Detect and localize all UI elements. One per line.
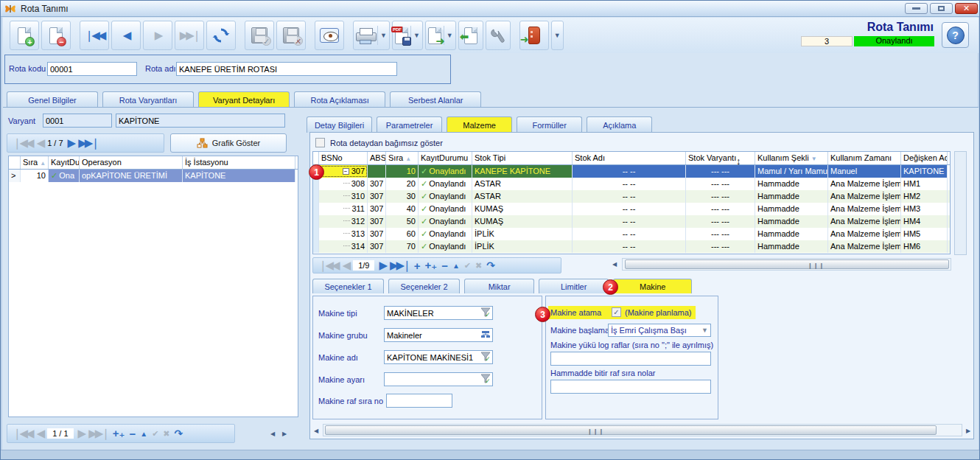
cell-kullanim-zamani[interactable]: Ana Malzeme İşlemi <box>828 228 901 240</box>
cell-bsno[interactable]: 310 <box>319 190 368 203</box>
op-nav-previous-icon[interactable]: ◀ <box>37 427 43 440</box>
tab-secenekler-1[interactable]: Seçenekler 1 <box>312 279 384 293</box>
makine-yuku-input[interactable] <box>550 352 711 366</box>
collapse-minus-icon[interactable]: − <box>343 168 349 175</box>
delete-record-button[interactable]: − <box>41 21 71 50</box>
materials-row-selected[interactable]: −307 10 ✓Onaylandı KANEPE KAPİTONE -- --… <box>313 165 950 178</box>
cell-stok-tipi[interactable]: İPLİK <box>472 228 573 240</box>
independent-view-checkbox[interactable] <box>315 138 325 147</box>
cell-kullanim-sekli[interactable]: Mamul / Yarı Mamul <box>755 165 828 178</box>
print-dropdown-icon[interactable]: ▼ <box>380 32 387 39</box>
cell-kullanim-sekli[interactable]: Hammadde <box>755 190 828 203</box>
last-record-button[interactable]: ▶▶❘ <box>175 21 204 50</box>
rota-adi-input[interactable] <box>176 62 397 76</box>
cell-absno[interactable]: 307 <box>368 240 386 253</box>
materials-vertical-scrollbar[interactable] <box>954 151 967 255</box>
col-kayitdurumu[interactable]: KayıtDurumu <box>419 152 472 164</box>
cell-stok-varyanti[interactable]: --- --- <box>686 228 755 240</box>
cell-absno[interactable]: 307 <box>368 203 386 215</box>
col-sira[interactable]: Sıra▲ <box>386 152 419 164</box>
mat-nav-first-icon[interactable]: ❘◀◀ <box>318 259 338 272</box>
previous-record-button[interactable]: ◀ <box>111 21 141 50</box>
save-button[interactable]: ✓ <box>245 21 274 50</box>
col-kayitdurumu[interactable]: KayıtDurumu <box>49 156 80 169</box>
panel-scroll-right-icon[interactable]: ▶ <box>966 428 970 434</box>
cell-kullanim-sekli[interactable]: Hammadde <box>755 240 828 253</box>
tab-limitler[interactable]: Limitler <box>539 279 609 293</box>
cell-stok-tipi[interactable]: İPLİK <box>472 240 573 253</box>
tab-miktar[interactable]: Miktar <box>464 279 534 293</box>
cell-stok-tipi[interactable]: ASTAR <box>472 190 573 203</box>
mat-nav-post-icon[interactable]: ✔ <box>464 261 471 271</box>
cell-sira[interactable]: 50 <box>386 215 419 228</box>
col-kullanim-zamani[interactable]: Kullanım Zamanı <box>828 152 901 164</box>
cell-sira[interactable]: 40 <box>386 203 419 215</box>
operations-previous-icon[interactable]: ◀ <box>37 136 43 150</box>
col-stok-varyanti[interactable]: Stok Varyantı <box>686 152 755 164</box>
cell-stok-adi[interactable]: -- -- <box>573 228 686 240</box>
cell-degisken[interactable]: HM2 <box>901 190 948 203</box>
cell-degisken[interactable]: HM1 <box>901 178 948 190</box>
pdf-dropdown-icon[interactable]: ▼ <box>413 32 420 39</box>
op-nav-edit-icon[interactable]: ▲ <box>140 430 147 438</box>
cell-stok-adi[interactable]: -- -- <box>573 203 686 215</box>
scrollbar-thumb[interactable]: ❙❙❙ <box>325 425 937 435</box>
import-button[interactable]: ⬅ <box>458 21 483 50</box>
cell-kullanim-sekli[interactable]: Hammadde <box>755 228 828 240</box>
tab-genel-bilgiler[interactable]: Genel Bilgiler <box>7 91 98 108</box>
next-record-button[interactable]: ▶ <box>143 21 172 50</box>
cell-degisken[interactable]: HM6 <box>901 240 948 253</box>
cell-degisken[interactable]: HM5 <box>901 228 948 240</box>
op-nav-post-icon[interactable]: ✔ <box>152 429 158 439</box>
op-nav-delete-icon[interactable]: − <box>129 428 136 440</box>
hierarchy-icon[interactable] <box>480 330 491 340</box>
op-nav-cancel-icon[interactable]: ✖ <box>163 429 169 439</box>
materials-row[interactable]: 310 307 30 ✓Onaylandı ASTAR -- -- --- --… <box>313 190 950 203</box>
cell-bsno[interactable]: 314 <box>319 240 368 253</box>
materials-row[interactable]: 313 307 60 ✓Onaylandı İPLİK -- -- --- --… <box>313 228 950 240</box>
cell-bsno[interactable]: −307 <box>319 165 368 178</box>
new-record-button[interactable]: + <box>10 21 39 50</box>
cell-durum[interactable]: ✓Ona <box>49 170 80 182</box>
panel-h-scrollbar[interactable]: ❙❙❙ <box>323 424 962 436</box>
mat-nav-insert-child-icon[interactable]: +₊ <box>424 259 437 272</box>
cell-stok-adi[interactable]: -- -- <box>573 165 686 178</box>
op-nav-last-icon[interactable]: ▶▶❘ <box>88 427 108 440</box>
tab-rota-aciklamasi[interactable]: Rota Açıklaması <box>294 91 385 108</box>
cell-operasyon[interactable]: opKAPİTONE ÜRETİMİ <box>80 170 183 182</box>
col-stok-tipi[interactable]: Stok Tipi <box>472 152 573 164</box>
cell-sira[interactable]: 10 <box>386 165 419 178</box>
cell-sira[interactable]: 30 <box>386 190 419 203</box>
col-degisken-adi[interactable]: Değişken Adı <box>901 152 948 164</box>
tab-varyant-detaylari[interactable]: Varyant Detayları <box>198 91 290 108</box>
grafik-goster-button[interactable]: Grafik Göster <box>170 133 287 153</box>
materials-row[interactable]: 312 307 50 ✓Onaylandı KUMAŞ -- -- --- --… <box>313 215 950 228</box>
exit-button[interactable]: ➜ <box>519 21 549 50</box>
mat-nav-refresh-icon[interactable]: ↷ <box>486 259 495 271</box>
op-nav-next-icon[interactable]: ▶ <box>78 427 85 440</box>
help-button[interactable]: ? <box>942 22 969 48</box>
pdf-export-button[interactable]: PDF ▼ <box>392 21 423 50</box>
first-record-button[interactable]: ❘◀◀ <box>80 21 109 50</box>
cell-stok-adi[interactable]: -- -- <box>573 240 686 253</box>
makine-ayari-input[interactable] <box>384 372 493 386</box>
tab-formuller[interactable]: Formüller <box>517 116 582 133</box>
cell-degisken[interactable]: HM3 <box>901 203 948 215</box>
minimize-button[interactable] <box>905 3 928 14</box>
materials-row[interactable]: 308 307 20 ✓Onaylandı ASTAR -- -- --- --… <box>313 178 950 190</box>
operations-last-icon[interactable]: ▶▶❘ <box>78 136 98 150</box>
cell-sira[interactable]: 10 <box>21 170 49 182</box>
tab-detay-bilgileri[interactable]: Detay Bilgileri <box>307 116 372 133</box>
mat-scroll-left-icon[interactable]: ◀ <box>612 261 617 268</box>
copy-transfer-button[interactable]: ➜ ▼ <box>425 21 456 50</box>
cell-stok-varyanti[interactable]: --- --- <box>686 165 755 178</box>
lookup-funnel-icon[interactable]: ✓ <box>480 374 491 384</box>
cell-istasyon[interactable]: KAPİTONE <box>183 170 295 182</box>
operations-next-icon[interactable]: ▶ <box>68 136 74 150</box>
cell-stok-tipi[interactable]: KUMAŞ <box>472 203 573 215</box>
cell-absno[interactable]: 307 <box>368 228 386 240</box>
mat-nav-cancel-icon[interactable]: ✖ <box>475 261 482 271</box>
mat-nav-delete-icon[interactable]: − <box>441 259 448 272</box>
cell-absno[interactable]: 307 <box>368 190 386 203</box>
cell-durum[interactable]: ✓Onaylandı <box>419 203 472 215</box>
